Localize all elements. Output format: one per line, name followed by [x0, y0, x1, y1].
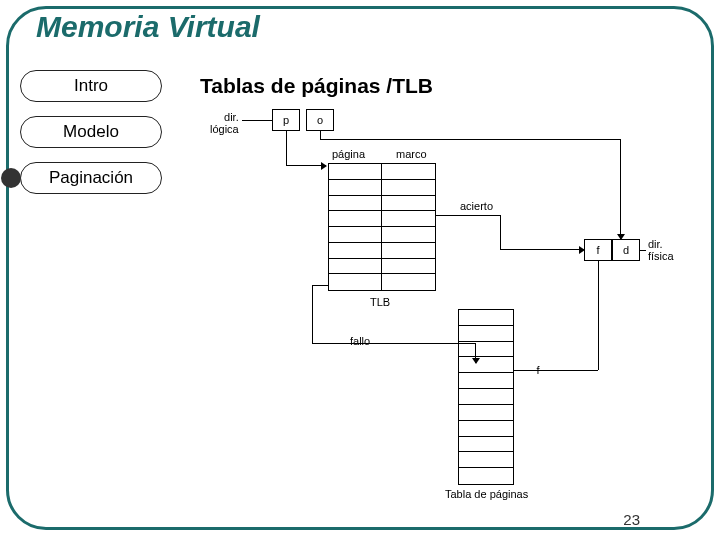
- label-pagina: página: [332, 148, 365, 160]
- label-marco: marco: [396, 148, 427, 160]
- active-dot-icon: [1, 168, 21, 188]
- nav-modelo-label: Modelo: [63, 122, 119, 142]
- label-dir-fisica: dir.física: [648, 238, 674, 262]
- label-tlb: TLB: [370, 296, 390, 308]
- box-f: f: [584, 239, 612, 261]
- label-acierto: acierto: [460, 200, 493, 212]
- page-table: [458, 309, 514, 485]
- label-dir-logica: dir.lógica: [210, 111, 239, 135]
- box-o: o: [306, 109, 334, 131]
- slide-title: Memoria Virtual: [36, 10, 260, 44]
- nav-modelo[interactable]: Modelo: [20, 116, 162, 148]
- box-d: d: [612, 239, 640, 261]
- box-p: p: [272, 109, 300, 131]
- nav-paginacion-label: Paginación: [49, 168, 133, 188]
- tlb-table: [328, 163, 436, 291]
- page-number: 23: [623, 511, 640, 528]
- sidebar-nav: Intro Modelo Paginación: [20, 70, 162, 208]
- label-tabla: Tabla de páginas: [445, 488, 528, 500]
- nav-intro[interactable]: Intro: [20, 70, 162, 102]
- nav-intro-label: Intro: [74, 76, 108, 96]
- tlb-diagram: dir.lógica p o página marco TLB acierto …: [200, 105, 700, 495]
- nav-paginacion[interactable]: Paginación: [20, 162, 162, 194]
- label-fallo: fallo: [350, 335, 370, 347]
- content-heading: Tablas de páginas /TLB: [200, 74, 433, 98]
